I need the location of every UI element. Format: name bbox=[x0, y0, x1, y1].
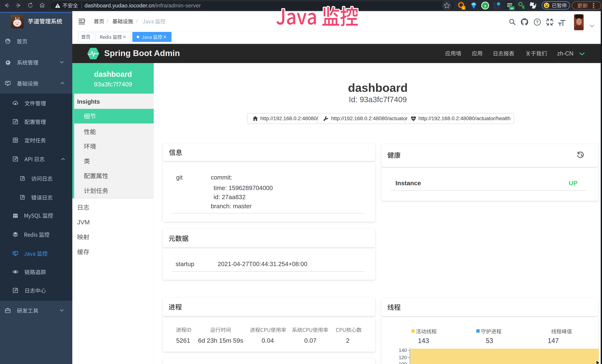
svg-text:1: 1 bbox=[463, 6, 464, 10]
svg-text:on: on bbox=[510, 7, 513, 10]
svg-text:?: ? bbox=[536, 20, 538, 24]
svg-text:y: y bbox=[484, 3, 486, 8]
